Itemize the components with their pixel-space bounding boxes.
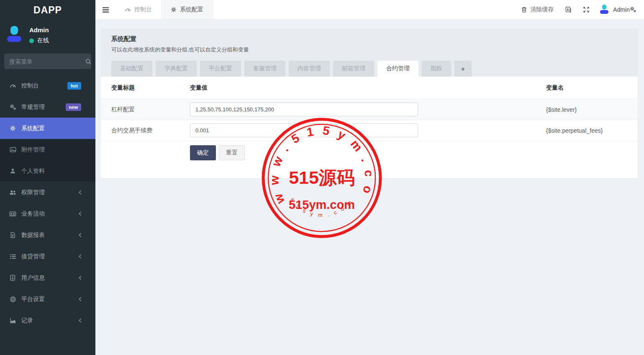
dashboard-icon <box>125 7 131 13</box>
bullseye-icon <box>9 296 16 303</box>
submit-button[interactable]: 确定 <box>190 145 216 160</box>
page-description: 可以在此增改系统的变量和分组,也可以自定义分组和变量 <box>111 46 627 54</box>
sidebar-item-profile[interactable]: 个人资料 <box>0 160 95 182</box>
tab-mail-management[interactable]: 邮箱管理 <box>333 61 374 77</box>
chevron-left-icon <box>78 233 82 237</box>
config-tabs: 基础配置 字典配置 平台配置 客服管理 内容管理 邮箱管理 合约管理 期权 + <box>111 61 627 77</box>
language-button[interactable] <box>565 6 572 13</box>
svg-text:515ym.com: 515ym.com <box>289 195 356 218</box>
sidebar-item-lending[interactable]: 借贷管理 <box>0 246 95 267</box>
gear-icon <box>9 125 16 131</box>
topbar-user-menu[interactable]: Admin <box>600 5 630 15</box>
sidebar-item-records[interactable]: 记录 <box>0 310 95 331</box>
user-icon <box>9 168 16 174</box>
sidebar-submenu: 系统配置 附件管理 <box>0 118 95 182</box>
sidebar-user-panel: Admin 在线 <box>0 20 95 49</box>
app-logo: DAPP <box>0 0 95 20</box>
sidebar-item-attachments[interactable]: 附件管理 <box>0 139 95 160</box>
chevron-left-icon <box>78 297 82 301</box>
chevron-left-icon <box>78 190 82 195</box>
tab-platform-config[interactable]: 平台配置 <box>200 61 241 77</box>
col-header-name: 变量名 <box>546 84 627 92</box>
fullscreen-button[interactable] <box>583 6 590 13</box>
sidebar-item-label: 平台设置 <box>21 296 78 303</box>
online-status-label: 在线 <box>37 37 49 44</box>
sidebar-item-general-management[interactable]: 常规管理 new <box>0 96 95 118</box>
search-input[interactable] <box>9 58 85 65</box>
row-variable-name: {$site.lever} <box>546 106 627 113</box>
chevron-left-icon <box>78 254 82 259</box>
reset-button[interactable]: 重置 <box>219 145 245 160</box>
trash-icon <box>521 6 527 13</box>
dashboard-icon <box>9 82 16 89</box>
avatar-head <box>602 5 606 10</box>
tab-contract-management[interactable]: 合约管理 <box>377 61 418 77</box>
stamp-arc-bottom-text: 515ym.com <box>289 195 356 218</box>
main-area: 控制台 系统配置 清除缓存 <box>95 0 644 355</box>
page-title: 系统配置 <box>111 35 627 43</box>
tab-options[interactable]: 期权 <box>422 61 451 77</box>
stamp-domain-text: 515ym.com <box>289 198 355 211</box>
row-variable-name: {$site.perpetual_fees} <box>546 127 627 134</box>
avatar-body <box>7 36 21 42</box>
sidebar-item-label: 附件管理 <box>21 146 88 154</box>
tab-content-management[interactable]: 内容管理 <box>289 61 330 77</box>
chevron-left-icon <box>78 275 82 280</box>
chevron-left-icon <box>78 318 82 323</box>
area-chart-icon <box>9 317 16 324</box>
sidebar-item-business-activity[interactable]: 业务活动 <box>0 203 95 224</box>
fullscreen-icon <box>583 6 590 13</box>
language-icon <box>565 6 572 13</box>
sidebar-search[interactable] <box>4 54 91 69</box>
add-tab-button[interactable]: + <box>454 61 472 77</box>
panel-body: 变量标题 变量值 变量名 杠杆配置 {$site.lever} 合约交易手续费 … <box>101 77 638 178</box>
sidebar-item-platform-settings[interactable]: 平台设置 <box>0 288 95 310</box>
settings-button[interactable] <box>630 6 636 13</box>
gear-icon <box>171 7 177 13</box>
clear-cache-button[interactable]: 清除缓存 <box>521 6 554 13</box>
chevron-left-icon <box>78 211 82 216</box>
topbar-right: 清除缓存 <box>521 0 644 19</box>
topbar-tab-system-config[interactable]: 系统配置 <box>161 0 213 19</box>
online-status-dot <box>29 39 34 43</box>
address-book-icon <box>9 275 16 281</box>
users-icon <box>9 189 16 196</box>
topbar-tab-label: 控制台 <box>134 6 152 13</box>
clear-cache-label: 清除缓存 <box>530 6 554 13</box>
topbar-tab-dashboard[interactable]: 控制台 <box>115 0 161 19</box>
search-icon[interactable] <box>85 58 92 65</box>
tab-basic-config[interactable]: 基础配置 <box>111 61 152 77</box>
hot-badge: hot <box>67 82 81 90</box>
sidebar-item-label: 权限管理 <box>21 189 78 196</box>
sidebar-item-user-info[interactable]: 用户信息 <box>0 267 95 288</box>
topbar: 控制台 系统配置 清除缓存 <box>95 0 644 20</box>
sidebar-item-dashboard[interactable]: 控制台 hot <box>0 75 95 96</box>
user-name: Admin <box>29 26 49 33</box>
row-title: 合约交易手续费 <box>111 127 190 134</box>
table-header-row: 变量标题 变量值 变量名 <box>101 77 638 99</box>
perpetual-fees-input[interactable] <box>190 123 418 137</box>
sidebar-toggle-button[interactable] <box>95 0 115 19</box>
sidebar-item-system-config[interactable]: 系统配置 <box>0 118 95 139</box>
new-badge: new <box>66 103 81 111</box>
sidebar: DAPP Admin 在线 <box>0 0 95 355</box>
row-title: 杠杆配置 <box>111 106 190 113</box>
content-area: 系统配置 可以在此增改系统的变量和分组,也可以自定义分组和变量 基础配置 字典配… <box>95 20 644 355</box>
table-row: 杠杆配置 {$site.lever} <box>101 99 638 120</box>
sidebar-item-label: 数据报表 <box>21 232 78 239</box>
avatar <box>6 25 23 44</box>
app-window: DAPP Admin 在线 <box>0 0 644 355</box>
system-config-panel: 系统配置 可以在此增改系统的变量和分组,也可以自定义分组和变量 基础配置 字典配… <box>101 28 638 178</box>
sidebar-item-data-reports[interactable]: 数据报表 <box>0 224 95 246</box>
tab-service-management[interactable]: 客服管理 <box>244 61 285 77</box>
lever-config-input[interactable] <box>190 103 418 116</box>
col-header-title: 变量标题 <box>111 84 190 92</box>
sidebar-item-permissions[interactable]: 权限管理 <box>0 182 95 203</box>
col-header-value: 变量值 <box>190 84 546 92</box>
tab-dict-config[interactable]: 字典配置 <box>156 61 197 77</box>
avatar-head <box>10 26 18 35</box>
avatar-body <box>600 10 608 14</box>
sidebar-item-label: 业务活动 <box>21 210 78 218</box>
user-status: 在线 <box>29 37 49 44</box>
cogs-icon <box>9 104 16 111</box>
